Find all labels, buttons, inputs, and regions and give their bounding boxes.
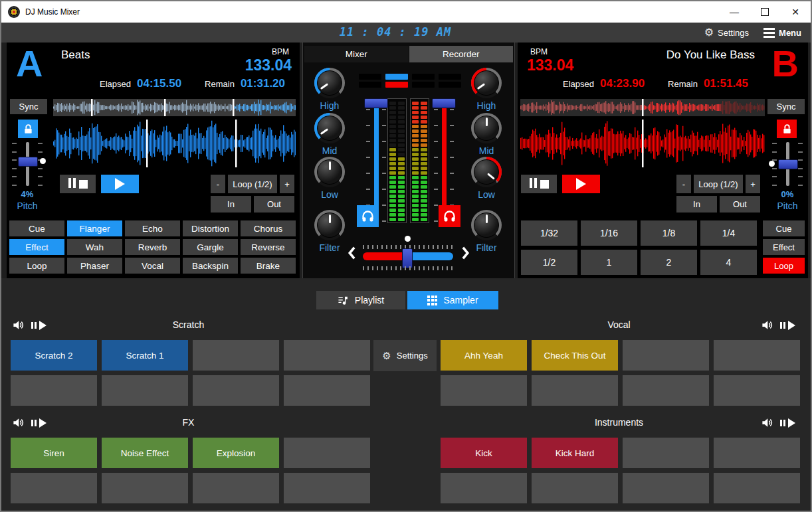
deck-b-effect-button[interactable]: Effect: [763, 239, 805, 255]
knob-dial[interactable]: [314, 68, 345, 98]
sample-pad-empty[interactable]: [441, 375, 527, 406]
beat-1-16-button[interactable]: 1/16: [581, 220, 637, 246]
sample-pad-empty[interactable]: [714, 375, 800, 406]
knob-dial[interactable]: [314, 210, 345, 240]
fx-vocal-button[interactable]: Vocal: [125, 258, 180, 274]
deck-b-pitch-lock-button[interactable]: [777, 120, 797, 138]
fx-echo-button[interactable]: Echo: [125, 220, 180, 236]
sample-pad-empty[interactable]: [102, 375, 188, 406]
sample-pad-scratch-2[interactable]: Scratch 2: [11, 340, 97, 371]
sample-pad-kick[interactable]: Kick: [441, 438, 527, 468]
deck-b-overview-waveform[interactable]: [520, 99, 765, 116]
sample-pad-empty[interactable]: [441, 473, 527, 503]
sample-pad-empty[interactable]: [193, 340, 279, 371]
deck-a-loop-in-button[interactable]: In: [211, 196, 251, 213]
fx-phaser-button[interactable]: Phaser: [67, 258, 122, 274]
knob-low[interactable]: Low: [304, 157, 355, 200]
knob-mid[interactable]: Mid: [304, 113, 355, 156]
sample-pad-empty[interactable]: [284, 438, 370, 468]
fx-reverb-button[interactable]: Reverb: [125, 239, 180, 255]
knob-dial[interactable]: [471, 157, 502, 187]
sample-pad-siren[interactable]: Siren: [11, 438, 97, 468]
knob-dial[interactable]: [471, 68, 502, 98]
sample-pad-empty[interactable]: [623, 375, 709, 406]
fx-chorus-button[interactable]: Chorus: [241, 220, 296, 236]
deck-a-pitch-slider[interactable]: [7, 142, 48, 186]
knob-dial[interactable]: [471, 210, 502, 240]
deck-b-loop-plus-button[interactable]: +: [746, 175, 760, 193]
sample-pad-empty[interactable]: [102, 473, 188, 503]
minimize-button[interactable]: —: [719, 1, 750, 23]
deck-a-play-button[interactable]: [101, 175, 139, 193]
knob-dial[interactable]: [314, 157, 345, 187]
deck-b-headphone-button[interactable]: [439, 205, 460, 227]
sample-pad-ahh-yeah[interactable]: Ahh Yeah: [441, 340, 527, 371]
fx-gargle-button[interactable]: Gargle: [183, 239, 238, 255]
deck-a-loop-length-button[interactable]: Loop (1/2): [228, 175, 277, 193]
crossfader-left-arrow[interactable]: [347, 246, 356, 260]
sample-pad-empty[interactable]: [11, 473, 97, 503]
menu-button[interactable]: Menu: [763, 28, 801, 38]
sample-pad-empty[interactable]: [714, 340, 800, 371]
fader-handle[interactable]: [364, 98, 388, 108]
fx-distortion-button[interactable]: Distortion: [183, 220, 238, 236]
beat-1-button[interactable]: 1: [581, 250, 637, 275]
deck-a-sync-button[interactable]: Sync: [10, 99, 47, 114]
fx-reverse-button[interactable]: Reverse: [241, 239, 296, 255]
sample-pad-check-this-out[interactable]: Check This Out: [532, 340, 618, 371]
beat-2-button[interactable]: 2: [641, 250, 697, 275]
deck-a-pause-stop-button[interactable]: [60, 175, 96, 193]
pitch-handle[interactable]: [18, 157, 38, 167]
sample-pad-empty[interactable]: [284, 340, 370, 371]
deck-b-loop-in-button[interactable]: In: [676, 196, 717, 213]
fader-handle[interactable]: [432, 98, 456, 108]
deck-b-loop-out-button[interactable]: Out: [720, 196, 760, 213]
crossfader-right-arrow[interactable]: [461, 246, 470, 260]
beat-1-8-button[interactable]: 1/8: [641, 220, 697, 246]
sample-pad-empty[interactable]: [11, 375, 97, 406]
fx-cue-button[interactable]: Cue: [9, 220, 64, 236]
sample-pad-empty[interactable]: [623, 473, 709, 503]
deck-b-loop-button[interactable]: Loop: [763, 258, 805, 274]
deck-a-overview-waveform[interactable]: [53, 99, 296, 116]
fx-loop-button[interactable]: Loop: [9, 258, 64, 274]
fx-flanger-button[interactable]: Flanger: [67, 220, 122, 236]
deck-a-headphone-button[interactable]: [357, 205, 379, 227]
knob-high[interactable]: High: [304, 68, 355, 111]
deck-a-pitch-lock-button[interactable]: [18, 120, 38, 138]
knob-dial[interactable]: [314, 113, 345, 143]
tab-playlist[interactable]: Playlist: [316, 291, 405, 309]
sample-pad-empty[interactable]: [714, 473, 800, 503]
deck-a-loop-plus-button[interactable]: +: [280, 175, 294, 193]
sample-pad-empty[interactable]: [193, 473, 279, 503]
sample-pad-explosion[interactable]: Explosion: [193, 438, 279, 468]
deck-a-loop-out-button[interactable]: Out: [254, 196, 294, 213]
sample-pad-empty[interactable]: [623, 438, 709, 468]
beat-1-2-button[interactable]: 1/2: [521, 250, 577, 275]
pitch-handle[interactable]: [778, 159, 798, 169]
beat-4-button[interactable]: 4: [700, 250, 757, 275]
deck-b-pause-stop-button[interactable]: [521, 175, 557, 193]
deck-b-pitch-slider[interactable]: [767, 142, 808, 186]
beat-1-32-button[interactable]: 1/32: [521, 220, 577, 246]
deck-b-main-waveform[interactable]: [520, 120, 765, 167]
sample-pad-empty[interactable]: [284, 375, 370, 406]
fx-backspin-button[interactable]: Backspin: [183, 258, 238, 274]
fx-effect-button[interactable]: Effect: [9, 239, 64, 255]
sample-pad-scratch-1[interactable]: Scratch 1: [102, 340, 188, 371]
deck-b-sync-button[interactable]: Sync: [767, 99, 805, 114]
deck-b-loop-length-button[interactable]: Loop (1/2): [694, 175, 743, 193]
fx-wah-button[interactable]: Wah: [67, 239, 122, 255]
tab-sampler[interactable]: Sampler: [407, 291, 498, 309]
knob-high[interactable]: High: [461, 68, 512, 111]
crossfader-handle[interactable]: [402, 248, 413, 268]
knob-dial[interactable]: [471, 113, 502, 143]
sample-pad-empty[interactable]: [284, 473, 370, 503]
sample-pad-empty[interactable]: [714, 438, 800, 468]
sample-pad-empty[interactable]: [623, 340, 709, 371]
sampler-settings-button[interactable]: ⚙ Settings: [373, 340, 437, 371]
deck-b-cue-button[interactable]: Cue: [763, 220, 805, 236]
maximize-button[interactable]: [750, 1, 780, 23]
sample-pad-empty[interactable]: [193, 375, 279, 406]
sample-pad-noise-effect[interactable]: Noise Effect: [102, 438, 188, 468]
